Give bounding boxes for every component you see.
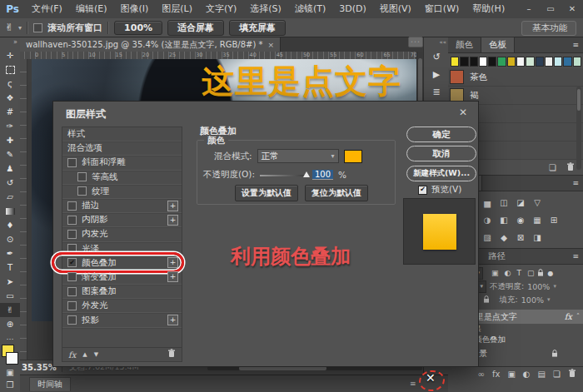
overlay-color-swatch[interactable] — [344, 150, 362, 163]
swatch-chip[interactable] — [536, 57, 544, 67]
cancel-button[interactable]: 取消 — [406, 146, 476, 161]
panel-menu-icon[interactable]: ≡ — [572, 252, 579, 261]
background-color-swatch[interactable] — [6, 352, 18, 365]
lock-filter-icon[interactable] — [537, 269, 544, 277]
swatch-chip[interactable] — [573, 57, 581, 67]
screen-mode-icon[interactable]: ❐ — [7, 380, 14, 390]
style-list-item[interactable]: 样式 — [62, 127, 182, 141]
add-instance-icon[interactable]: + — [167, 271, 178, 282]
layers-footer-icon[interactable]: ▣ — [507, 370, 515, 379]
new-style-button[interactable]: 新建样式(W)... — [406, 166, 476, 181]
style-checkbox[interactable] — [67, 301, 77, 310]
tab-close-icon[interactable]: × — [267, 41, 274, 49]
adjustment-icon[interactable]: ◆ — [498, 233, 510, 242]
style-list-item[interactable]: 等高线 — [62, 171, 182, 185]
quick-selection-tool[interactable]: ❖ — [0, 91, 20, 105]
tool-preset-chevron-icon[interactable]: ▾ — [18, 24, 22, 32]
menu-item[interactable]: 选择(S) — [243, 0, 288, 18]
hand-tool[interactable]: ✌ — [0, 303, 20, 317]
more-tools-icon[interactable]: … — [7, 333, 14, 341]
swatch-list-item[interactable]: 茶色 — [448, 68, 583, 87]
collapsed-panel-stub[interactable]: ••• — [408, 37, 423, 47]
path-selection-tool[interactable]: ➤ — [0, 275, 20, 289]
properties-panel-icon[interactable]: ≣ — [427, 84, 446, 99]
history-brush-tool[interactable]: ↺ — [0, 176, 20, 190]
panel-menu-icon[interactable]: ≡ — [572, 179, 579, 187]
healing-brush-tool[interactable]: ✚ — [0, 133, 20, 147]
style-list-item[interactable]: 混合选项 — [62, 141, 182, 156]
swatch-chip[interactable] — [507, 57, 516, 67]
add-instance-icon[interactable]: + — [167, 257, 178, 268]
swatch-chip[interactable] — [488, 57, 496, 67]
chevron-down-icon[interactable]: ▾ — [553, 283, 556, 290]
scroll-all-windows-checkbox[interactable] — [33, 23, 42, 32]
delete-layer-icon[interactable] — [568, 369, 576, 380]
style-list-item[interactable]: 描边 + — [62, 199, 182, 213]
brush-tool[interactable]: ✎ — [0, 147, 20, 161]
layer-fx-badge[interactable]: fx — [565, 312, 572, 321]
swatch-chip[interactable] — [460, 57, 468, 67]
timeline-panel-menu-icon[interactable]: ≡ — [410, 380, 416, 388]
collapse-effects-icon[interactable]: ˄ — [576, 313, 580, 320]
panel-menu-icon[interactable]: ≡ — [572, 41, 579, 49]
menu-item[interactable]: 文件(F) — [25, 0, 69, 18]
layer-filter-icon[interactable]: ▣ — [491, 269, 499, 277]
zoom-100-button[interactable]: 100% — [114, 21, 162, 35]
new-swatch-icon[interactable]: ❏ — [549, 163, 556, 172]
workspace-switcher[interactable]: 基本功能 — [521, 21, 576, 36]
opacity-value[interactable]: 100% — [527, 282, 550, 291]
reset-default-button[interactable]: 复位为默认值 — [305, 185, 368, 201]
menu-item[interactable]: 文字(Y) — [199, 0, 243, 18]
blur-tool[interactable]: ♦ — [0, 218, 20, 232]
fill-value[interactable]: 100% — [521, 295, 544, 305]
layers-footer-icon[interactable]: ▤ — [538, 370, 546, 379]
ok-button[interactable]: 确定 — [406, 127, 476, 142]
set-default-button[interactable]: 设置为默认值 — [235, 185, 298, 201]
menu-item[interactable]: 编辑(E) — [69, 0, 114, 18]
history-panel-icon[interactable]: ↺ — [427, 49, 446, 64]
swatch-color-chip[interactable] — [450, 70, 464, 84]
layers-footer-icon[interactable]: ∞ — [478, 370, 485, 379]
tab-paths[interactable]: 路径 — [481, 249, 513, 264]
fill-screen-button[interactable]: 填充屏幕 — [229, 20, 286, 36]
preview-checkbox[interactable]: ✔ — [418, 186, 427, 195]
fit-screen-button[interactable]: 适合屏幕 — [167, 20, 224, 36]
menu-item[interactable]: 帮助(H) — [466, 0, 511, 18]
style-checkbox[interactable] — [77, 172, 87, 181]
style-checkbox[interactable] — [67, 244, 77, 253]
swatch-chip[interactable] — [545, 57, 553, 67]
crop-tool[interactable]: # — [0, 105, 20, 119]
blend-mode-select[interactable]: 正常 ▾ — [257, 149, 339, 163]
style-checkbox[interactable] — [77, 186, 87, 196]
color-wells[interactable] — [2, 345, 18, 365]
menu-item[interactable]: 图像(I) — [113, 0, 155, 18]
tab-color[interactable]: 颜色 — [448, 37, 481, 52]
shape-tool[interactable]: ▭ — [0, 289, 20, 303]
adjustment-icon[interactable]: ◪ — [515, 198, 526, 207]
adjustment-icon[interactable]: ▨ — [481, 233, 493, 242]
document-tab[interactable]: wallhaven-350125.jpg @ 35.4% (这里是点文字, RG… — [20, 37, 281, 52]
layers-footer-icon[interactable]: ❏ — [553, 370, 561, 379]
swatch-chip[interactable] — [451, 57, 459, 67]
swatch-chip[interactable] — [526, 57, 534, 67]
style-list-item[interactable]: ✔ 颜色叠加 + — [62, 256, 182, 270]
pen-tool[interactable]: ✒ — [0, 246, 20, 261]
layer-filter-icon[interactable]: T — [516, 269, 521, 277]
filter-toggle-icon[interactable]: ● — [547, 270, 553, 277]
move-up-icon[interactable]: ▲ — [82, 351, 87, 358]
style-list-item[interactable]: 纹理 — [62, 185, 182, 199]
slider-thumb-icon[interactable] — [303, 171, 310, 177]
quick-mask-icon[interactable]: ▣ — [6, 368, 13, 377]
menu-item[interactable]: 窗口(W) — [418, 0, 466, 18]
adjustment-icon[interactable]: ◨ — [531, 233, 543, 242]
opacity-value-field[interactable]: 100 — [312, 170, 333, 180]
adjustment-icon[interactable]: ◉ — [515, 216, 526, 225]
style-list-item[interactable]: 光泽 — [62, 242, 182, 256]
style-checkbox[interactable] — [67, 158, 77, 167]
style-list-item[interactable]: 外发光 — [62, 299, 182, 313]
tab-swatches[interactable]: 色板 — [481, 37, 515, 52]
minimize-button[interactable]: – — [518, 0, 540, 18]
lasso-tool[interactable]: ς — [0, 77, 20, 91]
style-checkbox[interactable] — [67, 287, 77, 296]
swatch-chip[interactable] — [516, 57, 525, 67]
